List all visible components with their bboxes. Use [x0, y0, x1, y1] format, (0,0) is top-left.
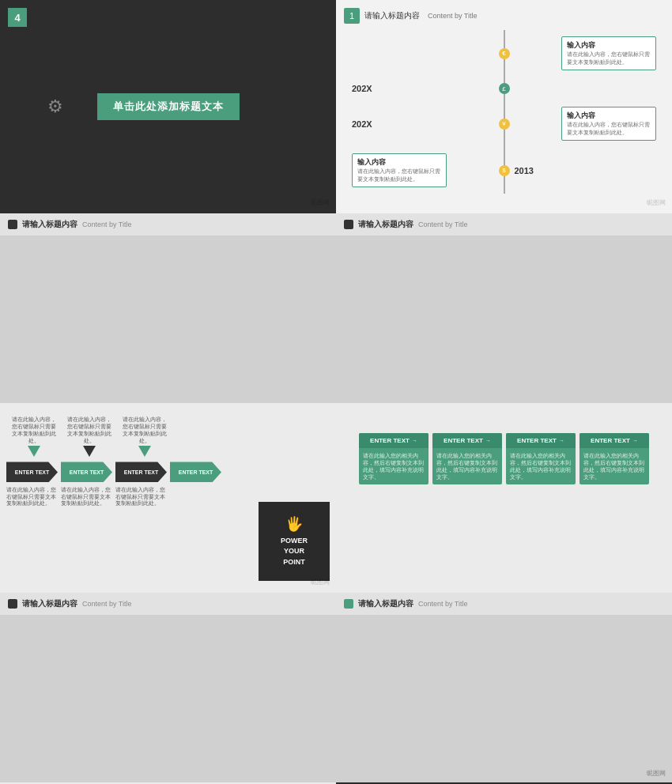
timeline-number: 1 [344, 8, 360, 24]
slide-title: 单击此处添加标题文本 [97, 93, 240, 120]
currency-icon-1: € [499, 48, 510, 59]
drop-items-row: 请在此输入内容，您右键鼠标只需要文本复制粘贴到此处。 请在此输入内容，您右键鼠标… [6, 416, 330, 457]
gc3-header: ENTER TEXT → [506, 433, 576, 448]
green-card-4: ENTER TEXT → 请在此输入您的相关内容，然后右键复制文本到此处，填写内… [580, 433, 649, 484]
hand-icon: 🖐 [285, 515, 303, 533]
row2-header-right: 请输入标题内容 Content by Title [336, 213, 672, 236]
gc2-body: 请在此输入您的相关内容，然后右键复制文本到此处，填写内容补充说明文字。 [432, 448, 502, 484]
gear-icon: ⚙ [47, 96, 63, 117]
row3-dot-left [8, 599, 17, 609]
row2-dot-left [8, 220, 17, 229]
drop-item-2: 请在此输入内容，您右键鼠标只需要文本复制粘贴到此处。 [66, 416, 113, 457]
drop-icon-1 [28, 446, 40, 457]
panel-slide-4: 4 ⚙ 单击此处添加标题文本 昵图网 [0, 0, 336, 213]
timeline-title: 请输入标题内容 [364, 10, 420, 21]
power-your-point-box: 🖐 POWER YOUR POINT [259, 502, 330, 581]
row2-subtitle-right: Content by Title [418, 220, 468, 228]
green-card-3: ENTER TEXT → 请在此输入您的相关内容，然后右键复制文本到此处，填写内… [506, 433, 576, 484]
gc3-body: 请在此输入您的相关内容，然后右键复制文本到此处，填写内容补充说明文字。 [506, 448, 576, 484]
watermark-8: 昵图网 [647, 769, 666, 778]
slide-number: 4 [8, 8, 27, 27]
watermark-3: 昵图网 [311, 578, 330, 586]
timeline-subtitle: Content by Title [428, 12, 478, 20]
currency-icon-2: £ [499, 83, 510, 94]
gc2-header: ENTER TEXT → [432, 433, 502, 448]
drop-item-1: 请在此输入内容，您右键鼠标只需要文本复制粘贴到此处。 [10, 416, 58, 457]
currency-icon-3: ¥ [499, 119, 510, 130]
gc1-body: 请在此输入您的相关内容，然后右键复制文本到此处，填写内容补充说明文字。 [359, 448, 428, 484]
arrow-text-2: 请在此输入内容，您右键鼠标只需要文本复制粘贴到此处。 [61, 487, 112, 507]
arrow-text-1: 请在此输入内容，您右键鼠标只需要文本复制粘贴到此处。 [6, 487, 58, 507]
drop-icon-2 [83, 446, 96, 457]
timeline-header: 1 请输入标题内容 Content by Title [344, 8, 664, 24]
arrows-row: ENTER TEXT ENTER TEXT ENTER TEXT ENTER T… [6, 462, 330, 482]
gc4-body: 请在此输入您的相关内容，然后右键复制文本到此处，填写内容补充说明文字。 [580, 448, 649, 484]
arrow-text-3: 请在此输入内容，您右键鼠标只需要文本复制粘贴到此处。 [115, 487, 167, 507]
timeline-item-3: 202X ¥ 输入内容 请在此输入内容，您右键鼠标只需要文本复制粘贴到此处。 [352, 107, 656, 141]
timeline-box-1: 输入内容 请在此输入内容，您右键鼠标只需要文本复制粘贴到此处。 [561, 36, 656, 70]
row2-subtitle-left: Content by Title [82, 220, 132, 228]
currency-icon-4: $ [499, 165, 510, 176]
arrow-2: ENTER TEXT [61, 462, 112, 482]
row3-header-right: 请输入标题内容 Content by Title [336, 593, 672, 615]
row3-title-left: 请输入标题内容 [22, 598, 77, 609]
panel-green-cards: ENTER TEXT → 请在此输入您的相关内容，然后右键复制文本到此处，填写内… [336, 403, 672, 593]
row3-header-left: 请输入标题内容 Content by Title [0, 593, 336, 615]
row3-subtitle-right: Content by Title [418, 600, 468, 608]
drop-icon-3 [138, 446, 151, 457]
row3-subtitle-left: Content by Title [82, 600, 132, 608]
watermark: 昵图网 [311, 198, 330, 207]
row2-title-left: 请输入标题内容 [22, 219, 77, 230]
timeline-box-4: 输入内容 请在此输入内容，您右键鼠标只需要文本复制粘贴到此处。 [352, 153, 447, 187]
row3-dot-right [344, 599, 353, 609]
row2-dot-right [344, 220, 353, 229]
arrow-1: ENTER TEXT [6, 462, 58, 482]
row2-header-left: 请输入标题内容 Content by Title [0, 213, 336, 236]
drop-item-3: 请在此输入内容，您右键鼠标只需要文本复制粘贴到此处。 [121, 416, 168, 457]
arrow-4: ENTER TEXT [170, 462, 221, 482]
watermark-2: 昵图网 [647, 198, 666, 207]
row2-title-right: 请输入标题内容 [358, 219, 413, 230]
panel-flow-arrows: 请在此输入内容，您右键鼠标只需要文本复制粘贴到此处。 请在此输入内容，您右键鼠标… [0, 403, 336, 593]
panel-timeline: 1 请输入标题内容 Content by Title € 输入内容 请在此输入内… [336, 0, 672, 213]
green-card-2: ENTER TEXT → 请在此输入您的相关内容，然后右键复制文本到此处，填写内… [432, 433, 502, 484]
timeline-box-3: 输入内容 请在此输入内容，您右键鼠标只需要文本复制粘贴到此处。 [561, 107, 656, 141]
gc4-header: ENTER TEXT → [580, 433, 649, 448]
timeline-item-4: 输入内容 请在此输入内容，您右键鼠标只需要文本复制粘贴到此处。 $ 2013 [352, 153, 656, 187]
timeline-item-2: 202X £ [352, 83, 656, 94]
arrow-3: ENTER TEXT [115, 462, 167, 482]
row3-title-right: 请输入标题内容 [358, 598, 413, 609]
green-cards-row: ENTER TEXT → 请在此输入您的相关内容，然后右键复制文本到此处，填写内… [342, 433, 666, 484]
gc1-header: ENTER TEXT → [359, 433, 428, 448]
green-card-1: ENTER TEXT → 请在此输入您的相关内容，然后右键复制文本到此处，填写内… [359, 433, 428, 484]
pyp-text: POWER YOUR POINT [281, 536, 308, 568]
timeline-item-1: € 输入内容 请在此输入内容，您右键鼠标只需要文本复制粘贴到此处。 [352, 36, 656, 70]
